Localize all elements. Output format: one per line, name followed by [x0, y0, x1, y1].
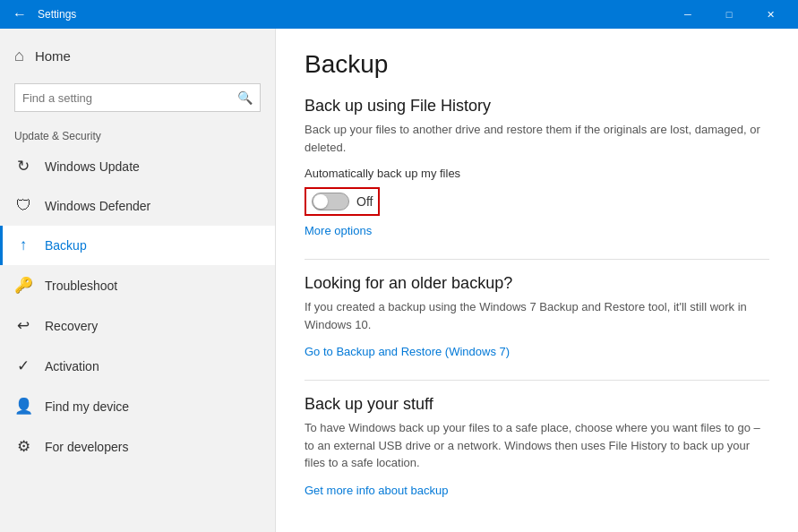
maximize-button[interactable]: □	[708, 0, 750, 29]
more-options-link[interactable]: More options	[305, 224, 372, 237]
sidebar-item-windows-update[interactable]: ↻ Windows Update	[0, 146, 275, 186]
divider-1	[305, 259, 769, 260]
home-icon: ⌂	[14, 47, 24, 65]
sidebar-home-label: Home	[35, 48, 71, 64]
more-info-link[interactable]: Get more info about backup	[305, 484, 448, 497]
older-backup-desc: If you created a backup using the Window…	[305, 298, 769, 333]
close-button[interactable]: ✕	[750, 0, 791, 29]
file-history-section: Back up using File History Back up your …	[305, 97, 769, 237]
back-up-stuff-section: Back up your stuff To have Windows back …	[305, 395, 769, 497]
search-box: 🔍	[14, 83, 261, 112]
page-title: Backup	[305, 50, 769, 79]
main-content: Backup Back up using File History Back u…	[276, 29, 798, 532]
minimize-button[interactable]: ─	[667, 0, 708, 29]
sidebar-item-recovery[interactable]: ↩ Recovery	[0, 305, 275, 346]
sidebar: ⌂ Home 🔍 Update & Security ↻ Windows Upd…	[0, 29, 276, 532]
toggle-wrapper: Off	[305, 187, 380, 216]
toggle-state-label: Off	[356, 194, 373, 209]
titlebar: ← Settings ─ □ ✕	[0, 0, 798, 29]
toggle-label: Automatically back up my files	[305, 167, 769, 180]
file-history-desc: Back up your files to another drive and …	[305, 121, 769, 156]
sidebar-item-label: Activation	[45, 359, 99, 373]
sidebar-item-troubleshoot[interactable]: 🔑 Troubleshoot	[0, 265, 275, 305]
file-history-title: Back up using File History	[305, 97, 769, 116]
search-input[interactable]	[22, 91, 237, 105]
sidebar-item-label: Troubleshoot	[45, 279, 117, 293]
sidebar-item-find-my-device[interactable]: 👤 Find my device	[0, 386, 275, 426]
older-backup-section: Looking for an older backup? If you crea…	[305, 274, 769, 358]
back-up-stuff-title: Back up your stuff	[305, 395, 769, 414]
divider-2	[305, 380, 769, 381]
sidebar-item-activation[interactable]: ✓ Activation	[0, 346, 275, 386]
sidebar-item-label: Recovery	[45, 319, 98, 333]
troubleshoot-icon: 🔑	[14, 276, 32, 295]
sidebar-item-backup[interactable]: ↑ Backup	[0, 226, 275, 265]
sidebar-item-label: Find my device	[45, 399, 129, 414]
backup-restore-link[interactable]: Go to Backup and Restore (Windows 7)	[305, 345, 510, 358]
sidebar-home-item[interactable]: ⌂ Home	[0, 36, 275, 76]
sidebar-item-for-developers[interactable]: ⚙ For developers	[0, 426, 275, 467]
older-backup-title: Looking for an older backup?	[305, 274, 769, 293]
backup-icon: ↑	[14, 236, 32, 254]
back-up-stuff-desc: To have Windows back up your files to a …	[305, 419, 769, 472]
activation-icon: ✓	[14, 356, 32, 375]
auto-backup-toggle[interactable]	[312, 193, 349, 210]
sidebar-item-label: For developers	[45, 440, 128, 454]
app-body: ⌂ Home 🔍 Update & Security ↻ Windows Upd…	[0, 29, 798, 532]
back-button[interactable]: ←	[7, 2, 32, 27]
sidebar-item-windows-defender[interactable]: 🛡 Windows Defender	[0, 186, 275, 226]
developers-icon: ⚙	[14, 437, 32, 456]
titlebar-title: Settings	[38, 8, 667, 21]
windows-update-icon: ↻	[14, 157, 32, 176]
window-controls: ─ □ ✕	[667, 0, 791, 29]
search-button[interactable]: 🔍	[237, 90, 253, 105]
find-device-icon: 👤	[14, 397, 32, 416]
sidebar-item-label: Windows Defender	[45, 199, 150, 213]
sidebar-section-label: Update & Security	[0, 123, 275, 146]
sidebar-item-label: Backup	[45, 238, 87, 253]
defender-icon: 🛡	[14, 197, 32, 215]
recovery-icon: ↩	[14, 316, 32, 335]
sidebar-item-label: Windows Update	[45, 159, 140, 174]
